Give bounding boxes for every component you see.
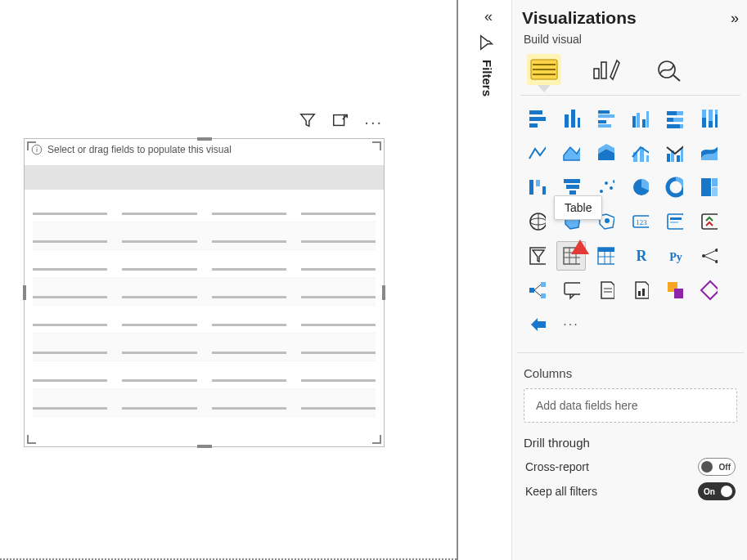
viz-line[interactable] <box>522 138 551 168</box>
viz-card[interactable] <box>659 207 689 236</box>
viz-smart-narrative[interactable] <box>591 276 620 305</box>
viz-power-apps[interactable] <box>659 276 689 305</box>
resize-handle-right[interactable] <box>382 285 385 300</box>
svg-text:123: 123 <box>636 218 647 226</box>
expand-filters-icon[interactable]: « <box>484 8 489 25</box>
viz-slicer[interactable] <box>522 241 551 271</box>
viz-key-influencers[interactable] <box>694 241 723 271</box>
viz-waterfall[interactable] <box>522 172 551 202</box>
tooltip-table: Table <box>554 195 602 220</box>
viz-pie[interactable] <box>625 172 655 202</box>
columns-field-well[interactable]: Add data fields here <box>524 388 737 423</box>
resize-handle-top-left[interactable] <box>27 141 37 151</box>
cross-report-toggle[interactable]: Off <box>698 458 736 476</box>
visualizations-pane: Visualizations » Build visual <box>511 0 747 560</box>
svg-rect-25 <box>646 111 649 128</box>
svg-text:R: R <box>637 248 648 264</box>
pane-subtitle: Build visual <box>524 33 740 46</box>
filters-pane-collapsed[interactable]: « Filters <box>470 8 503 131</box>
svg-text:Py: Py <box>669 251 682 263</box>
pane-splitter[interactable] <box>457 0 458 560</box>
viz-matrix[interactable] <box>591 241 620 271</box>
svg-rect-8 <box>594 69 599 78</box>
svg-rect-72 <box>702 214 718 229</box>
svg-point-55 <box>605 181 608 185</box>
drillthrough-heading: Drill through <box>524 436 737 450</box>
svg-point-66 <box>605 218 610 223</box>
svg-rect-15 <box>565 114 569 128</box>
table-visual[interactable]: Select or drag fields to populate this v… <box>24 138 385 447</box>
svg-rect-18 <box>598 110 610 114</box>
viz-area[interactable] <box>556 138 586 168</box>
svg-rect-44 <box>667 154 670 162</box>
visual-hint: Select or drag fields to populate this v… <box>25 139 384 160</box>
viz-100-stacked-bar[interactable] <box>659 104 689 133</box>
viz-more-options[interactable]: ··· <box>556 310 586 339</box>
resize-handle-bottom-left[interactable] <box>27 434 37 444</box>
viz-r-script[interactable]: R <box>625 241 655 271</box>
viz-power-automate[interactable] <box>694 276 723 305</box>
visual-action-bar: ··· <box>299 111 383 132</box>
svg-rect-29 <box>673 118 683 122</box>
viz-line-stacked-column[interactable] <box>625 138 655 168</box>
svg-rect-50 <box>542 186 546 195</box>
viz-treemap[interactable] <box>694 172 723 202</box>
viz-clustered-bar[interactable] <box>591 104 620 133</box>
resize-handle-left[interactable] <box>23 285 26 300</box>
columns-section-label: Columns <box>524 366 737 380</box>
resize-handle-bottom[interactable] <box>197 445 212 448</box>
svg-rect-70 <box>670 217 682 220</box>
viz-stacked-area[interactable] <box>591 138 620 168</box>
keep-all-filters-label: Keep all filters <box>525 485 597 498</box>
focus-mode-icon[interactable] <box>331 111 349 132</box>
svg-rect-27 <box>677 111 683 115</box>
viz-kpi[interactable] <box>694 207 723 236</box>
viz-100-stacked-column[interactable] <box>694 104 723 133</box>
keep-all-filters-toggle[interactable]: On <box>698 482 736 500</box>
filter-pane-icon <box>478 34 496 52</box>
more-options-icon[interactable]: ··· <box>364 113 383 132</box>
tab-format-visual[interactable] <box>589 54 623 85</box>
pane-title: Visualizations <box>522 8 637 28</box>
viz-donut[interactable] <box>659 172 689 202</box>
viz-paginated-report[interactable] <box>625 276 655 305</box>
svg-rect-31 <box>680 124 683 128</box>
svg-rect-60 <box>701 178 711 196</box>
viz-line-clustered-column[interactable] <box>659 138 689 168</box>
svg-point-54 <box>600 190 603 193</box>
svg-rect-23 <box>637 113 640 128</box>
svg-rect-43 <box>646 155 649 162</box>
filter-icon[interactable] <box>299 111 317 132</box>
annotation-arrow <box>569 240 591 290</box>
svg-rect-61 <box>712 178 718 186</box>
tab-build-visual[interactable] <box>527 54 561 85</box>
svg-rect-99 <box>638 291 641 296</box>
viz-ribbon[interactable] <box>694 138 723 168</box>
viz-stacked-column[interactable] <box>556 104 586 133</box>
svg-rect-33 <box>702 110 706 118</box>
svg-rect-0 <box>334 115 344 126</box>
viz-clustered-column[interactable] <box>625 104 655 133</box>
report-canvas[interactable]: ··· Select or drag fields to populate th… <box>0 0 457 560</box>
svg-line-95 <box>534 290 541 296</box>
viz-python[interactable]: Py <box>659 241 689 271</box>
resize-handle-top[interactable] <box>197 137 212 141</box>
tab-analytics[interactable] <box>651 54 686 85</box>
viz-stacked-bar[interactable] <box>522 104 551 133</box>
table-header-placeholder <box>25 165 384 190</box>
svg-rect-52 <box>566 185 579 189</box>
format-visual-icon <box>592 57 620 82</box>
viz-decomposition-tree[interactable] <box>522 276 551 305</box>
resize-handle-bottom-right[interactable] <box>371 434 381 444</box>
viz-gauge[interactable]: 123 <box>625 207 655 236</box>
collapse-pane-icon[interactable]: » <box>731 10 737 27</box>
svg-rect-80 <box>598 248 614 252</box>
svg-rect-53 <box>569 190 576 195</box>
svg-rect-13 <box>529 117 546 121</box>
viz-map[interactable] <box>522 207 551 236</box>
resize-handle-top-right[interactable] <box>371 141 381 151</box>
svg-point-56 <box>610 186 613 190</box>
svg-rect-48 <box>529 180 533 195</box>
svg-marker-38 <box>564 146 580 160</box>
viz-get-more[interactable] <box>522 310 551 339</box>
